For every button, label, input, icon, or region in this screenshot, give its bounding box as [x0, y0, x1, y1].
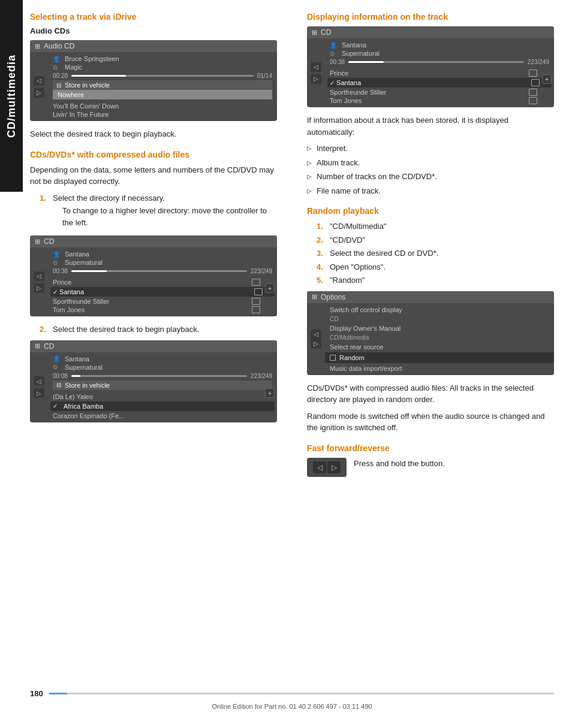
options-nav-right[interactable]: ▷ — [311, 339, 321, 349]
random-para-1: CDs/DVDs* with compressed audio files: A… — [307, 382, 554, 406]
footer-text: Online Edition for Part no. 01 40 2 606 … — [30, 702, 554, 712]
options-nav: ◁ ▷ — [307, 303, 325, 375]
file-icon-tom-r1 — [529, 97, 537, 104]
page-number: 180 — [30, 689, 43, 698]
total-2: 223/249 — [251, 268, 272, 274]
step-2-text: Select the desired track to begin playba… — [53, 324, 199, 336]
step-1: 1. Select the directory if necessary. To… — [40, 192, 277, 231]
rewind-button[interactable]: ◁ — [313, 461, 326, 473]
disc-icon-3: ⊙ — [53, 364, 61, 370]
random-step-5-text: "Random" — [330, 274, 365, 286]
person-icon-1: 👤 — [53, 56, 61, 62]
option-cd-label: CD — [325, 315, 554, 323]
track-info-text: If information about a track has been st… — [307, 114, 554, 138]
disc-icon-r1: ⊙ — [330, 50, 338, 57]
option-import-label: Music data import/export — [330, 365, 402, 372]
file-icon-sport-r1 — [529, 89, 537, 96]
list-item-number: Number of tracks on the CD/DVD*. — [307, 171, 554, 183]
time-1: 00:28 — [53, 73, 68, 79]
nav-left-r1[interactable]: ◁ — [311, 62, 321, 72]
option-music-import: Music data import/export — [325, 363, 554, 374]
time-r1: 00:38 — [330, 59, 345, 65]
nav-right-3[interactable]: ▷ — [34, 388, 44, 398]
total-1: 01/14 — [257, 73, 272, 79]
random-step-1-text: "CD/Multimedia" — [330, 220, 386, 232]
plus-btn-2[interactable]: + — [265, 283, 275, 293]
cd-header-3: CD — [44, 342, 54, 351]
list-item-interpret: Interpret. — [307, 143, 554, 155]
step-1-indent: To change to a higher level directory: m… — [62, 205, 277, 228]
track-santana-r1: Santana — [336, 79, 361, 86]
cd-nav-1: ◁ ▷ — [30, 52, 48, 121]
option-random: Random — [325, 352, 554, 363]
random-step-5: 5. "Random" — [317, 274, 554, 286]
select-track-text-1: Select the desired track to begin playba… — [30, 128, 277, 140]
cd-icon-r1: ⊞ — [312, 29, 317, 37]
random-step-4: 4. Open "Options". — [317, 261, 554, 273]
cd-ui-2: ⊞ CD ◁ ▷ 👤 Santana ⊙ — [30, 235, 277, 316]
cd-nav-3: ◁ ▷ — [30, 352, 48, 422]
disc-icon-1: ⊙ — [53, 64, 61, 71]
options-nav-left[interactable]: ◁ — [311, 330, 321, 339]
cd-nav-r1: ◁ ▷ — [307, 38, 325, 107]
cd-icon-1: ⊞ — [35, 43, 40, 50]
audio-cds-subtitle: Audio CDs — [30, 26, 277, 35]
nav-right-2[interactable]: ▷ — [34, 283, 44, 293]
left-section-title: Selecting a track via iDrive — [30, 12, 277, 22]
step-2: 2. Select the desired track to begin pla… — [40, 324, 277, 336]
random-step-2-text: "CD/DVD" — [330, 234, 365, 246]
options-icon: ⊞ — [312, 293, 317, 301]
nav-right-1[interactable]: ▷ — [34, 88, 44, 98]
fast-forward-title: Fast forward/reverse — [307, 443, 554, 453]
option-switch-off-label: Switch off control display — [330, 306, 402, 313]
option-cdmultimedia-label: CD/Multimedia — [325, 334, 554, 342]
footer-divider-blue — [49, 693, 67, 694]
time-2: 00:38 — [53, 268, 68, 274]
album-1: Magic — [65, 64, 82, 71]
random-step-4-text: Open "Options". — [330, 261, 386, 273]
compressed-subtitle: CDs/DVDs* with compressed audio files — [30, 150, 277, 159]
option-rear-label: Select rear source — [330, 343, 383, 351]
forward-button[interactable]: ▷ — [327, 461, 341, 473]
album-r1: Supernatural — [342, 50, 380, 57]
step-1-text: Select the directory if necessary. — [53, 194, 165, 203]
file-icon-santana-r1 — [531, 79, 540, 86]
artist-2: Santana — [65, 250, 89, 258]
time-bar-2 — [71, 270, 247, 272]
random-step-3-text: Select the desired CD or DVD*. — [330, 247, 438, 259]
album-3: Supernatural — [65, 364, 103, 371]
ff-section: ◁ ▷ Press and hold the button. — [307, 458, 554, 477]
time-bar-r1 — [348, 61, 524, 63]
cd-icon-2: ⊞ — [35, 238, 40, 246]
album-2: Supernatural — [65, 259, 103, 266]
store-label-3: Store in vehicle — [65, 382, 110, 389]
options-ui: ⊞ Options ◁ ▷ Switch off control display… — [307, 291, 554, 375]
ff-text: Press and hold the button. — [354, 458, 445, 470]
list-item-album: Album track. — [307, 157, 554, 169]
file-icon-prince — [252, 279, 260, 286]
nav-left-1[interactable]: ◁ — [34, 76, 44, 86]
track-youll-1: You'll Be Comin' Down — [53, 102, 119, 110]
plus-btn-3[interactable]: + — [265, 388, 275, 398]
option-select-rear: Select rear source — [325, 342, 554, 352]
plus-btn-r1[interactable]: + — [542, 74, 552, 84]
track-tomjones-2: Tom Jones — [53, 306, 85, 313]
nav-right-r1[interactable]: ▷ — [311, 74, 321, 84]
nav-left-2[interactable]: ◁ — [34, 271, 44, 281]
nav-left-3[interactable]: ◁ — [34, 376, 44, 386]
option-display-manual: Display Owner's Manual — [325, 323, 554, 334]
artist-r1: Santana — [342, 41, 366, 49]
track-prince-2: Prince — [53, 279, 71, 286]
track-sport-r1: Sportfreunde Stiller — [330, 89, 386, 96]
time-3: 00:08 — [53, 373, 68, 379]
disc-icon-2: ⊙ — [53, 259, 61, 266]
file-icon-sport — [252, 298, 260, 305]
compressed-text: Depending on the data, some letters and … — [30, 164, 277, 188]
random-playback-title: Random playback — [307, 206, 554, 216]
option-random-label: Random — [339, 354, 365, 361]
cd-ui-right-1: ⊞ CD ◁ ▷ 👤 Santana ⊙ — [307, 26, 554, 107]
random-step-3: 3. Select the desired CD or DVD*. — [317, 247, 554, 259]
cd-ui-3: ⊞ CD ◁ ▷ 👤 Santana ⊙ — [30, 340, 277, 422]
audio-cd-ui-1: ⊞ Audio CD ◁ ▷ 👤 Bruce Springsteen — [30, 40, 277, 121]
cd-icon-3: ⊞ — [35, 342, 40, 350]
